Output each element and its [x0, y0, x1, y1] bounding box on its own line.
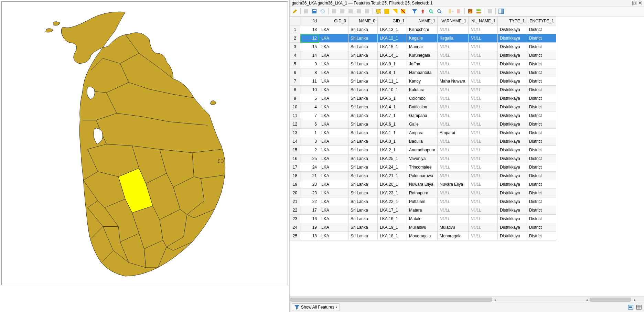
row-number[interactable]: 4	[290, 51, 300, 60]
cell-engtype1[interactable]: District	[527, 60, 556, 68]
cell-name1[interactable]: Kegalle	[407, 34, 438, 43]
invert-selection-icon[interactable]	[391, 8, 399, 15]
cell-nlname1[interactable]: NULL	[469, 223, 498, 232]
cell-name0[interactable]: Sri Lanka	[348, 51, 378, 60]
cell-nlname1[interactable]: NULL	[469, 34, 498, 43]
cell-name0[interactable]: Sri Lanka	[348, 86, 378, 94]
table-row[interactable]: 113LKASri LankaLKA.13_1KilinochchiNULLNU…	[290, 25, 556, 34]
cell-name0[interactable]: Sri Lanka	[348, 60, 378, 68]
row-number[interactable]: 3	[290, 43, 300, 51]
cell-gid1[interactable]: LKA.17_1	[378, 206, 407, 215]
cell-varname1[interactable]: NULL	[438, 94, 469, 103]
cell-name0[interactable]: Sri Lanka	[348, 68, 378, 77]
cell-name1[interactable]: Matale	[407, 215, 438, 223]
row-number[interactable]: 9	[290, 94, 300, 103]
table-row[interactable]: 2122LKASri LankaLKA.22_1PuttalamNULLNULL…	[290, 197, 556, 206]
cell-nlname1[interactable]: NULL	[469, 163, 498, 172]
cell-gid1[interactable]: LKA.21_1	[378, 172, 407, 180]
cell-gid1[interactable]: LKA.24_1	[378, 163, 407, 172]
table-row[interactable]: 104LKASri LankaLKA.4_1BatticaloaNULLNULL…	[290, 103, 556, 111]
cell-gid1[interactable]: LKA.23_1	[378, 189, 407, 197]
cell-gid1[interactable]: LKA.18_1	[378, 232, 407, 240]
attribute-table-scroll[interactable]: fidGID_0NAME_0GID_1NAME_1VARNAME_1NL_NAM…	[290, 17, 644, 297]
cell-name1[interactable]: Gampaha	[407, 111, 438, 120]
table-row[interactable]: 414LKASri LankaLKA.14_1KurunegalaNULLNUL…	[290, 51, 556, 60]
cell-name0[interactable]: Sri Lanka	[348, 154, 378, 163]
cell-varname1[interactable]: NULL	[438, 206, 469, 215]
cell-varname1[interactable]: NULL	[438, 189, 469, 197]
cell-name1[interactable]: Colombo	[407, 94, 438, 103]
cell-nlname1[interactable]: NULL	[469, 103, 498, 111]
row-number[interactable]: 13	[290, 129, 300, 137]
cell-nlname1[interactable]: NULL	[469, 60, 498, 68]
zoom-map-icon[interactable]	[427, 8, 435, 15]
cell-type1[interactable]: Distrikkaya	[498, 34, 527, 43]
cell-engtype1[interactable]: District	[527, 111, 556, 120]
save-edits-icon[interactable]	[311, 8, 318, 15]
cell-fid[interactable]: 15	[300, 43, 319, 51]
cell-name1[interactable]: Galle	[407, 120, 438, 129]
cell-fid[interactable]: 1	[300, 129, 319, 137]
cell-fid[interactable]: 19	[300, 223, 319, 232]
row-number[interactable]: 5	[290, 60, 300, 68]
cell-gid1[interactable]: LKA.3_1	[378, 137, 407, 146]
table-row[interactable]: 68LKASri LankaLKA.8_1HambantotaNULLNULLD…	[290, 68, 556, 77]
cell-nlname1[interactable]: NULL	[469, 154, 498, 163]
select-all-icon[interactable]	[383, 8, 390, 15]
cell-name0[interactable]: Sri Lanka	[348, 111, 378, 120]
cell-gid1[interactable]: LKA.20_1	[378, 180, 407, 189]
cell-fid[interactable]: 11	[300, 77, 319, 86]
show-all-features-dropdown[interactable]: Show All Features ▾	[292, 303, 340, 311]
cell-varname1[interactable]: NULL	[438, 103, 469, 111]
cell-engtype1[interactable]: District	[527, 197, 556, 206]
cell-type1[interactable]: Distrikkaya	[498, 215, 527, 223]
cell-gid0[interactable]: LKA	[319, 215, 348, 223]
form-view-icon[interactable]	[627, 304, 634, 310]
row-number[interactable]: 7	[290, 77, 300, 86]
table-row[interactable]: 1821LKASri LankaLKA.21_1PolonnaruwaNULLN…	[290, 172, 556, 180]
cell-gid0[interactable]: LKA	[319, 172, 348, 180]
cell-name0[interactable]: Sri Lanka	[348, 25, 378, 34]
table-row[interactable]: 315LKASri LankaLKA.15_1MannarNULLNULLDis…	[290, 43, 556, 51]
cell-fid[interactable]: 10	[300, 86, 319, 94]
dock-panel-icon[interactable]	[497, 8, 505, 15]
column-header-varname_1[interactable]: VARNAME_1	[438, 17, 469, 25]
cell-gid0[interactable]: LKA	[319, 60, 348, 68]
column-header-type_1[interactable]: TYPE_1	[498, 17, 527, 25]
table-row[interactable]: 131LKASri LankaLKA.1_1AmparaAmparaiNULLD…	[290, 129, 556, 137]
cell-gid0[interactable]: LKA	[319, 163, 348, 172]
cell-gid0[interactable]: LKA	[319, 189, 348, 197]
cell-varname1[interactable]: NULL	[438, 68, 469, 77]
table-row[interactable]: 2217LKASri LankaLKA.17_1MataraNULLNULLDi…	[290, 206, 556, 215]
cell-nlname1[interactable]: NULL	[469, 137, 498, 146]
cell-type1[interactable]: Distrikkaya	[498, 154, 527, 163]
cell-nlname1[interactable]: NULL	[469, 68, 498, 77]
cell-name1[interactable]: Ratnapura	[407, 189, 438, 197]
cell-name1[interactable]: Anuradhapura	[407, 146, 438, 154]
cell-varname1[interactable]: Amparai	[438, 129, 469, 137]
cell-gid1[interactable]: LKA.4_1	[378, 103, 407, 111]
cell-varname1[interactable]: NULL	[438, 43, 469, 51]
cell-fid[interactable]: 17	[300, 206, 319, 215]
cell-nlname1[interactable]: NULL	[469, 25, 498, 34]
cell-fid[interactable]: 12	[300, 34, 319, 43]
conditional-format-icon[interactable]	[475, 8, 482, 15]
cell-name1[interactable]: Moneragala	[407, 232, 438, 240]
cell-engtype1[interactable]: District	[527, 180, 556, 189]
cell-fid[interactable]: 16	[300, 215, 319, 223]
cell-name0[interactable]: Sri Lanka	[348, 34, 378, 43]
scroll-arrow-right-icon[interactable]: ▸	[493, 297, 498, 302]
table-row[interactable]: 810LKASri LankaLKA.10_1KalutaraNULLNULLD…	[290, 86, 556, 94]
cell-nlname1[interactable]: NULL	[469, 197, 498, 206]
cell-name1[interactable]: Hambantota	[407, 68, 438, 77]
cell-gid0[interactable]: LKA	[319, 137, 348, 146]
cell-gid0[interactable]: LKA	[319, 206, 348, 215]
cell-engtype1[interactable]: District	[527, 120, 556, 129]
cell-name1[interactable]: Ampara	[407, 129, 438, 137]
cell-engtype1[interactable]: District	[527, 206, 556, 215]
cell-engtype1[interactable]: District	[527, 223, 556, 232]
cell-gid1[interactable]: LKA.13_1	[378, 25, 407, 34]
filter-funnel-icon[interactable]	[411, 8, 418, 15]
cell-gid1[interactable]: LKA.25_1	[378, 154, 407, 163]
cell-gid0[interactable]: LKA	[319, 25, 348, 34]
